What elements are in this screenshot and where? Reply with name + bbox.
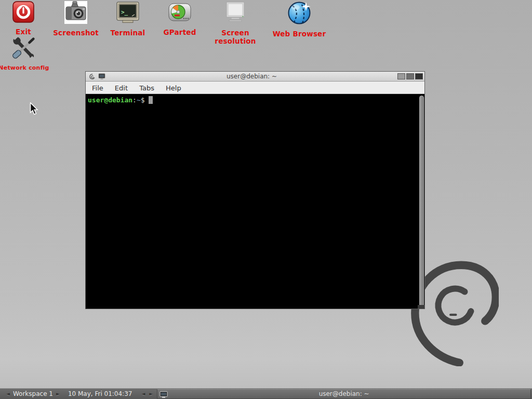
terminal-window: user@debian: ~ File Edit Tabs Help user@… [85,71,425,309]
disk-partition-icon [167,2,192,23]
terminal-screen[interactable]: user@debian:~$ [86,94,424,308]
maximize-button[interactable] [406,73,414,79]
exit-power-icon [12,1,34,23]
desktop-icon-screen-resolution[interactable]: Screen resolution [202,1,269,45]
desktop: Exit Screenshot >_ [0,0,532,399]
terminal-cursor [149,96,153,104]
prompt-symbol: $ [141,96,145,104]
menu-help[interactable]: Help [166,82,181,94]
taskbar-clock: 10 May, Fri 01:04:37 [68,390,132,397]
desktop-icon-label: Web Browser [265,30,333,38]
window-title: user@debian: ~ [107,73,396,80]
tasklist-prev-icon[interactable]: ◄ [139,391,147,396]
desktop-icon-network-config[interactable]: Network config [0,35,58,71]
minimize-button[interactable] [397,73,405,79]
menu-tabs[interactable]: Tabs [139,82,154,94]
menu-file[interactable]: File [92,82,103,94]
task-title: user@debian: ~ [319,390,369,397]
task-terminal-icon [159,391,168,398]
tools-icon [11,35,36,60]
shell-prompt: user@debian:~$ [88,96,145,104]
crt-terminal-icon: >_ [116,1,140,24]
prompt-separator: : [132,96,137,104]
window-resize-grip[interactable] [418,305,424,309]
close-button[interactable] [415,73,423,79]
svg-text:>_: >_ [121,9,128,16]
mouse-cursor [30,102,38,115]
globe-browser-icon [287,0,312,25]
workspace-prev-icon[interactable]: ◄ [4,391,12,396]
taskbar: ◄ Workspace 1 ► 10 May, Fri 01:04:37 ◄ ►… [0,388,532,399]
monitor-icon [223,1,248,24]
prompt-path: ~ [137,96,141,104]
desktop-icon-web-browser[interactable]: Web Browser [265,0,333,38]
terminal-menubar: File Edit Tabs Help [86,82,424,94]
workspace-label[interactable]: Workspace 1 [13,390,53,397]
camera-icon [64,1,87,24]
desktop-icon-label: Screen resolution [202,29,269,45]
desktop-icon-label: Network config [0,64,58,71]
window-titlebar[interactable]: user@debian: ~ [86,72,424,82]
menu-edit[interactable]: Edit [115,82,128,94]
terminal-app-icon [98,73,105,79]
prompt-user-host: user@debian [88,96,132,104]
debian-swirl-icon [89,73,95,80]
tasklist-next-icon[interactable]: ► [147,391,155,396]
workspace-next-icon[interactable]: ► [54,391,62,396]
taskbar-task-terminal[interactable]: user@debian: ~ [157,389,531,399]
terminal-scrollbar[interactable] [419,96,424,307]
